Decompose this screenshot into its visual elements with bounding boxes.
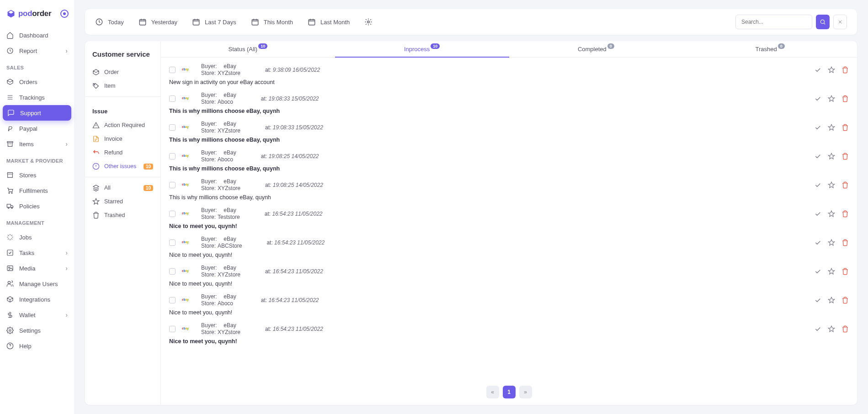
row-checkbox[interactable] — [169, 182, 176, 188]
cs-starred[interactable]: Starred — [85, 195, 160, 208]
nav-trackings[interactable]: Trackings — [0, 90, 74, 105]
nav-jobs[interactable]: Jobs — [0, 229, 74, 245]
star-icon[interactable] — [828, 66, 835, 74]
complete-icon[interactable] — [814, 268, 821, 275]
trash-icon[interactable] — [841, 325, 849, 333]
nav-items[interactable]: Items› — [0, 136, 74, 152]
nav-tasks[interactable]: Tasks› — [0, 245, 74, 260]
target-icon[interactable] — [60, 10, 69, 18]
list-row[interactable]: ebay Buyer: eBay Store: XYZstore at: 19:… — [161, 175, 857, 204]
svg-point-6 — [11, 207, 13, 209]
page-last[interactable]: » — [519, 386, 532, 398]
list-row[interactable]: ebay Buyer: eBay Store: XYZstore at: 19:… — [161, 118, 857, 147]
cs-all[interactable]: All10 — [85, 181, 160, 195]
star-icon[interactable] — [828, 181, 835, 189]
tab-completed[interactable]: Completed0 — [509, 41, 683, 57]
row-checkbox[interactable] — [169, 153, 176, 159]
nav-policies[interactable]: Policies — [0, 198, 74, 214]
nav-media[interactable]: Media› — [0, 260, 74, 276]
list-row[interactable]: ebay Buyer: eBay Store: XYZstore at: 16:… — [161, 262, 857, 291]
cs-action-required[interactable]: Action Required — [85, 118, 160, 132]
row-checkbox[interactable] — [169, 96, 176, 102]
complete-icon[interactable] — [814, 210, 821, 218]
date-settings[interactable] — [364, 18, 373, 26]
cs-item[interactable]: Item — [85, 79, 160, 93]
trash-icon[interactable] — [841, 124, 849, 131]
list-row[interactable]: ebay Buyer: eBay Store: Aboco at: 19:08:… — [161, 89, 857, 118]
date-today[interactable]: Today — [95, 18, 124, 26]
list-row[interactable]: ebay Buyer: eBay Store: Aboco at: 16:54:… — [161, 291, 857, 319]
nav-settings[interactable]: Settings — [0, 323, 74, 338]
nav-orders[interactable]: Orders — [0, 74, 74, 90]
page-1[interactable]: 1 — [503, 386, 516, 398]
nav-wallet[interactable]: Wallet› — [0, 307, 74, 323]
trash-icon[interactable] — [841, 297, 849, 304]
search-button[interactable] — [816, 15, 830, 29]
nav-dashboard[interactable]: Dashboard — [0, 27, 74, 43]
cs-invoice[interactable]: Invoice — [85, 132, 160, 146]
date-yesterday[interactable]: Yesterday — [138, 18, 177, 26]
list-row[interactable]: ebay Buyer: eBay Store: Aboco at: 19:08:… — [161, 147, 857, 175]
trash-icon[interactable] — [841, 66, 849, 74]
list-row[interactable]: ebay Buyer: eBay Store: Teststore at: 16… — [161, 204, 857, 233]
nav-stores[interactable]: Stores — [0, 167, 74, 183]
nav-support[interactable]: Support — [3, 105, 71, 121]
tab-status-all[interactable]: Status (All)10 — [161, 41, 335, 57]
star-icon[interactable] — [828, 210, 835, 218]
close-button[interactable] — [833, 15, 847, 29]
row-checkbox[interactable] — [169, 124, 176, 131]
tab-inprocess[interactable]: Inprocess10 — [335, 41, 509, 57]
row-checkbox[interactable] — [169, 211, 176, 217]
date-last-month[interactable]: Last Month — [308, 18, 350, 26]
search-input[interactable] — [735, 15, 812, 29]
content: Customer service Order Item Issue Action… — [85, 41, 857, 405]
cs-order[interactable]: Order — [85, 65, 160, 79]
star-icon[interactable] — [828, 95, 835, 102]
tab-trashed[interactable]: Trashed0 — [683, 41, 857, 57]
row-checkbox[interactable] — [169, 297, 176, 303]
complete-icon[interactable] — [814, 124, 821, 131]
archive-icon — [6, 140, 14, 148]
cs-other-issues[interactable]: Other issues10 — [85, 159, 160, 173]
nav-integrations[interactable]: Integrations — [0, 292, 74, 307]
complete-icon[interactable] — [814, 181, 821, 189]
trash-icon[interactable] — [841, 153, 849, 160]
date-this-month[interactable]: This Month — [251, 18, 293, 26]
star-icon[interactable] — [828, 325, 835, 333]
row-timestamp: at: 16:54:23 11/05/2022 — [265, 268, 323, 275]
star-icon[interactable] — [828, 268, 835, 275]
row-checkbox[interactable] — [169, 239, 176, 246]
complete-icon[interactable] — [814, 66, 821, 74]
complete-icon[interactable] — [814, 325, 821, 333]
complete-icon[interactable] — [814, 95, 821, 102]
list-row[interactable]: ebay Buyer: eBay Store: XYZstore at: 9:3… — [161, 60, 857, 89]
complete-icon[interactable] — [814, 297, 821, 304]
trash-icon[interactable] — [841, 95, 849, 102]
nav-report[interactable]: Report› — [0, 43, 74, 58]
logo[interactable]: podorder — [0, 5, 74, 27]
list-row[interactable]: ebay Buyer: eBay Store: ABCStore at: 16:… — [161, 233, 857, 262]
row-checkbox[interactable] — [169, 67, 176, 73]
row-checkbox[interactable] — [169, 326, 176, 332]
nav-help[interactable]: Help — [0, 338, 74, 354]
nav-fulfilments[interactable]: Fulfilments — [0, 183, 74, 198]
complete-icon[interactable] — [814, 153, 821, 160]
cs-trashed[interactable]: Trashed — [85, 208, 160, 222]
complete-icon[interactable] — [814, 239, 821, 246]
page-first[interactable]: « — [486, 386, 499, 398]
star-icon[interactable] — [828, 153, 835, 160]
trash-icon[interactable] — [841, 239, 849, 246]
trash-icon[interactable] — [841, 268, 849, 275]
list-row[interactable]: ebay Buyer: eBay Store: XYZstore at: 16:… — [161, 319, 857, 348]
date-last7[interactable]: Last 7 Days — [192, 18, 236, 26]
trash-icon[interactable] — [841, 210, 849, 218]
cs-refund[interactable]: Refund — [85, 146, 160, 159]
nav-paypal[interactable]: Paypal — [0, 121, 74, 136]
row-info: Buyer: eBay Store: XYZstore — [201, 63, 240, 76]
trash-icon[interactable] — [841, 181, 849, 189]
nav-manage-users[interactable]: Manage Users — [0, 276, 74, 292]
star-icon[interactable] — [828, 124, 835, 131]
star-icon[interactable] — [828, 239, 835, 246]
row-checkbox[interactable] — [169, 268, 176, 275]
star-icon[interactable] — [828, 297, 835, 304]
